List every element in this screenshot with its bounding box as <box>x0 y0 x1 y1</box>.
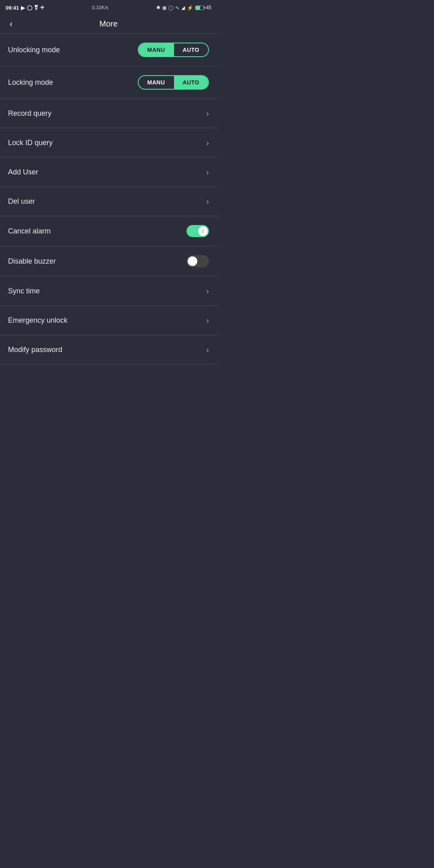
battery-icon <box>195 6 204 10</box>
unlocking-mode-segmented[interactable]: MANU AUTO <box>138 43 209 57</box>
person-icon: ⚧ <box>34 5 38 10</box>
record-query-chevron: › <box>206 109 209 118</box>
emergency-unlock-label: Emergency unlock <box>8 316 68 325</box>
status-bar: 09:41 ▶ ◯ ⚧ ✛ 0.10K/s ✱ ▦ ◯ ∿ ◢ ⚡ 45 <box>0 0 217 14</box>
activity-icon: ◯ <box>27 5 32 10</box>
disable-buzzer-label: Disable buzzer <box>8 257 56 266</box>
unlocking-auto-btn[interactable]: AUTO <box>174 43 208 56</box>
locking-mode-control: MANU AUTO <box>138 75 209 90</box>
back-button[interactable]: ‹ <box>6 17 16 31</box>
bluetooth-icon: ✱ <box>156 5 160 10</box>
lock-id-query-row[interactable]: Lock ID query › <box>0 128 217 157</box>
unlocking-mode-row[interactable]: Unlocking mode MANU AUTO <box>0 34 217 66</box>
cancel-alarm-toggle[interactable] <box>186 225 209 237</box>
status-time: 09:41 <box>6 5 19 11</box>
unlocking-mode-label: Unlocking mode <box>8 46 60 54</box>
locking-mode-row[interactable]: Locking mode MANU AUTO <box>0 66 217 98</box>
sync-time-row[interactable]: Sync time › <box>0 276 217 305</box>
emergency-unlock-right: › <box>206 316 209 325</box>
unlocking-mode-control: MANU AUTO <box>138 43 209 57</box>
lock-id-query-chevron: › <box>206 138 209 147</box>
record-query-right: › <box>206 109 209 118</box>
add-user-right: › <box>206 168 209 177</box>
modify-password-label: Modify password <box>8 346 62 354</box>
tiktok-icon: ▶ <box>21 5 25 11</box>
del-user-row[interactable]: Del user › <box>0 187 217 216</box>
cancel-alarm-right <box>186 225 209 237</box>
del-user-chevron: › <box>206 197 209 206</box>
record-query-row[interactable]: Record query › <box>0 99 217 128</box>
locking-mode-label: Locking mode <box>8 78 53 87</box>
alarm-icon: ◯ <box>168 5 173 10</box>
wifi-icon: ∿ <box>175 5 179 10</box>
cancel-alarm-row[interactable]: Cancel alarm <box>0 216 217 246</box>
network-speed: 0.10K/s <box>92 5 108 10</box>
disable-buzzer-right <box>186 255 209 267</box>
sync-time-label: Sync time <box>8 287 40 295</box>
disable-buzzer-toggle[interactable] <box>186 255 209 267</box>
add-user-chevron: › <box>206 168 209 177</box>
disable-buzzer-thumb <box>188 256 197 266</box>
disable-buzzer-track <box>186 255 209 267</box>
page-title: More <box>99 19 118 29</box>
top-nav: ‹ More <box>0 14 217 33</box>
del-user-right: › <box>206 197 209 206</box>
modify-password-row[interactable]: Modify password › <box>0 335 217 364</box>
record-query-label: Record query <box>8 109 51 118</box>
emergency-unlock-chevron: › <box>206 316 209 325</box>
cancel-alarm-label: Cancel alarm <box>8 227 51 235</box>
modify-password-chevron: › <box>206 345 209 354</box>
status-center: 0.10K/s <box>92 5 108 10</box>
cancel-alarm-track <box>186 225 209 237</box>
charge-icon: ⚡ <box>187 5 193 11</box>
disable-buzzer-row[interactable]: Disable buzzer <box>0 246 217 276</box>
locking-mode-segmented[interactable]: MANU AUTO <box>138 75 209 90</box>
divider-11 <box>0 364 217 364</box>
modify-password-right: › <box>206 345 209 354</box>
battery-level: 45 <box>206 5 211 10</box>
signal-icon: ◢ <box>181 5 185 10</box>
del-user-label: Del user <box>8 197 35 206</box>
sync-time-right: › <box>206 287 209 296</box>
add-user-row[interactable]: Add User › <box>0 158 217 186</box>
locking-auto-btn[interactable]: AUTO <box>174 76 208 89</box>
status-right: ✱ ▦ ◯ ∿ ◢ ⚡ 45 <box>156 5 211 11</box>
settings-list: Unlocking mode MANU AUTO Locking mode MA… <box>0 34 217 364</box>
add-user-label: Add User <box>8 168 38 176</box>
usb-icon: ✛ <box>40 5 44 10</box>
status-left: 09:41 ▶ ◯ ⚧ ✛ <box>6 5 44 11</box>
multiwindow-icon: ▦ <box>162 5 166 10</box>
unlocking-manu-btn[interactable]: MANU <box>139 43 174 56</box>
emergency-unlock-row[interactable]: Emergency unlock › <box>0 306 217 335</box>
locking-manu-btn[interactable]: MANU <box>139 76 174 89</box>
lock-id-query-label: Lock ID query <box>8 139 53 147</box>
lock-id-query-right: › <box>206 138 209 147</box>
sync-time-chevron: › <box>206 287 209 296</box>
cancel-alarm-thumb <box>198 226 208 236</box>
